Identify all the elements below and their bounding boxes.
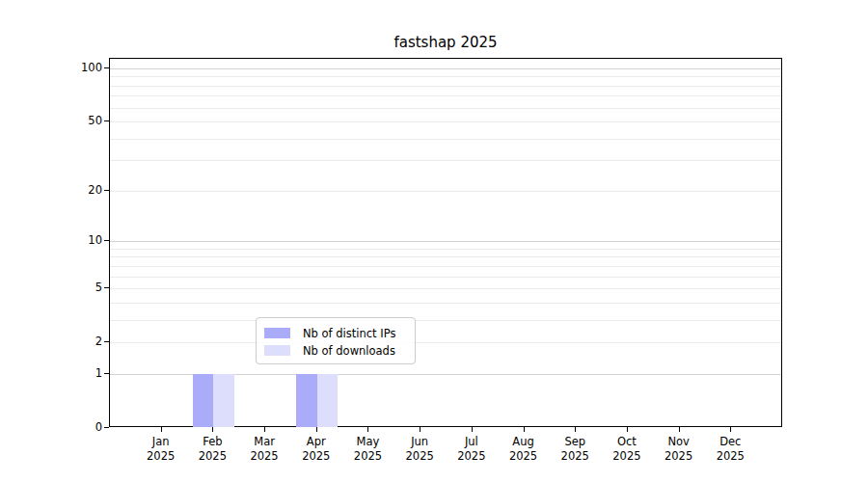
legend-swatch (264, 345, 290, 356)
x-tick-year: 2025 (549, 449, 601, 464)
x-tick-month: Aug (498, 435, 550, 449)
chart-title: fastshap 2025 (109, 34, 782, 53)
x-tick-mark (472, 427, 473, 432)
y-minor-gridline (110, 139, 781, 140)
x-tick-label: Sep2025 (549, 435, 601, 464)
y-minor-gridline (110, 76, 781, 77)
x-tick-mark (524, 427, 525, 432)
x-tick-year: 2025 (135, 449, 187, 464)
x-tick-mark (316, 427, 317, 432)
y-tick-mark (104, 373, 109, 374)
x-tick-year: 2025 (290, 449, 342, 464)
x-tick-label: Jun2025 (393, 435, 446, 464)
x-tick-month: Oct (601, 435, 653, 449)
bar-distinct-ips (193, 374, 213, 427)
y-minor-gridline (110, 249, 781, 250)
y-minor-gridline (110, 86, 781, 87)
x-tick-year: 2025 (341, 449, 393, 464)
x-tick-label: Feb2025 (186, 435, 238, 464)
x-tick-year: 2025 (653, 449, 705, 464)
figure: fastshap 2025 0125102050100Jan2025Feb202… (0, 0, 868, 482)
y-minor-gridline (110, 320, 781, 321)
y-tick-mark (104, 190, 109, 191)
x-tick-year: 2025 (498, 449, 550, 464)
legend-label: Nb of downloads (303, 344, 395, 358)
y-minor-gridline (110, 303, 781, 304)
y-tick-mark (104, 120, 109, 121)
x-tick-mark (679, 427, 680, 432)
x-tick-month: Jul (446, 435, 498, 449)
bar-downloads (213, 374, 233, 427)
y-tick-label: 5 (39, 281, 102, 294)
x-tick-year: 2025 (704, 449, 756, 464)
x-tick-label: Aug2025 (498, 435, 550, 464)
x-tick-mark (367, 427, 368, 432)
x-tick-label: May2025 (341, 435, 393, 464)
bar-downloads (317, 374, 338, 427)
x-tick-month: Apr (290, 435, 342, 449)
x-tick-year: 2025 (393, 449, 446, 464)
legend-label: Nb of distinct IPs (303, 327, 395, 340)
y-tick-label: 2 (39, 335, 102, 348)
y-minor-gridline (110, 342, 781, 343)
x-tick-mark (627, 427, 628, 432)
x-tick-mark (730, 427, 731, 432)
x-tick-mark (264, 427, 265, 432)
y-tick-label: 0 (39, 420, 102, 434)
x-tick-year: 2025 (238, 449, 290, 464)
y-minor-gridline (110, 108, 781, 109)
legend: Nb of distinct IPsNb of downloads (256, 317, 416, 364)
y-tick-label: 50 (39, 114, 102, 127)
x-tick-month: Mar (238, 435, 290, 449)
y-minor-gridline (110, 191, 781, 192)
x-tick-month: Nov (653, 435, 705, 449)
x-tick-mark (420, 427, 420, 432)
y-tick-mark (104, 287, 109, 288)
legend-entry: Nb of downloads (264, 342, 405, 359)
x-tick-month: Jun (393, 435, 446, 449)
x-tick-month: Dec (704, 435, 756, 449)
y-minor-gridline (110, 266, 781, 267)
y-tick-label: 10 (39, 233, 102, 247)
y-minor-gridline (110, 121, 781, 122)
x-tick-month: Sep (549, 435, 601, 449)
y-minor-gridline (110, 277, 781, 278)
y-tick-mark (104, 341, 109, 342)
x-tick-month: Jan (135, 435, 187, 449)
y-tick-label: 20 (39, 183, 102, 197)
x-tick-label: Jul2025 (446, 435, 498, 464)
y-tick-mark (104, 67, 109, 68)
y-tick-mark (104, 427, 109, 428)
y-major-gridline (110, 241, 781, 242)
x-tick-mark (161, 427, 162, 432)
legend-entry: Nb of distinct IPs (264, 325, 405, 341)
x-tick-label: Apr2025 (290, 435, 342, 464)
x-tick-year: 2025 (601, 449, 653, 464)
x-tick-mark (212, 427, 213, 432)
plot-area (109, 58, 782, 427)
x-tick-year: 2025 (446, 449, 498, 464)
y-minor-gridline (110, 95, 781, 96)
y-major-gridline (110, 68, 781, 69)
y-minor-gridline (110, 256, 781, 257)
bar-distinct-ips (296, 374, 316, 427)
x-tick-month: May (341, 435, 393, 449)
y-tick-label: 1 (39, 366, 102, 380)
x-tick-label: Nov2025 (653, 435, 705, 464)
y-tick-label: 100 (39, 61, 102, 74)
legend-swatch (264, 328, 290, 338)
x-tick-label: Jan2025 (135, 435, 187, 464)
x-tick-label: Dec2025 (704, 435, 756, 464)
x-tick-month: Feb (186, 435, 238, 449)
x-tick-mark (575, 427, 576, 432)
y-minor-gridline (110, 288, 781, 289)
x-tick-label: Mar2025 (238, 435, 290, 464)
y-tick-mark (104, 240, 109, 241)
y-minor-gridline (110, 160, 781, 161)
x-tick-label: Oct2025 (601, 435, 653, 464)
x-tick-year: 2025 (186, 449, 238, 464)
